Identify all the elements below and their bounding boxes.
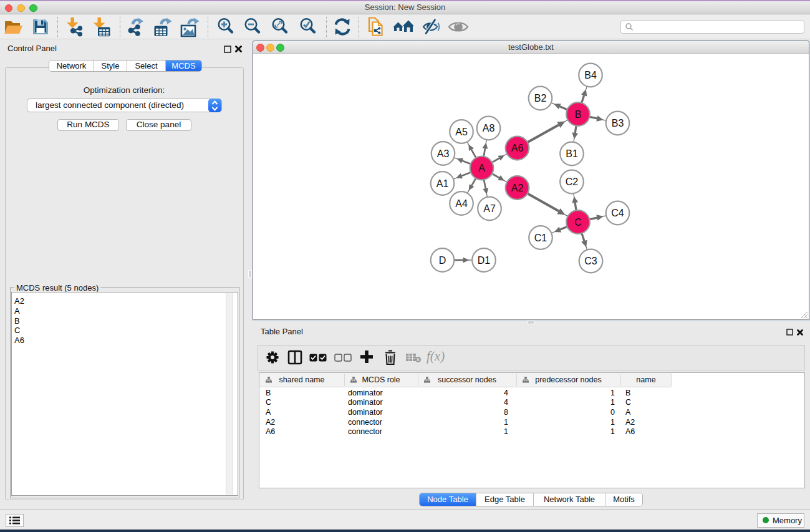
svg-text:A8: A8 [483, 123, 495, 133]
svg-text:A5: A5 [455, 127, 468, 137]
svg-text:C4: C4 [611, 208, 624, 218]
svg-text:A1: A1 [436, 178, 449, 189]
svg-text:A2: A2 [511, 183, 524, 193]
svg-text:B3: B3 [612, 118, 624, 128]
svg-text:B: B [575, 109, 582, 120]
svg-text:A: A [478, 163, 485, 173]
svg-text:B4: B4 [584, 70, 597, 80]
svg-text:B2: B2 [534, 93, 547, 104]
svg-text:D1: D1 [478, 255, 491, 266]
svg-text:A3: A3 [437, 148, 450, 159]
svg-text:C: C [574, 217, 582, 228]
svg-text:A6: A6 [511, 143, 524, 153]
svg-text:A7: A7 [483, 203, 496, 214]
svg-text:C1: C1 [534, 233, 547, 243]
svg-text:D: D [439, 255, 446, 266]
svg-text:B1: B1 [566, 148, 578, 159]
svg-text:C2: C2 [566, 177, 579, 187]
svg-text:C3: C3 [584, 256, 597, 266]
svg-text:A4: A4 [455, 198, 468, 209]
